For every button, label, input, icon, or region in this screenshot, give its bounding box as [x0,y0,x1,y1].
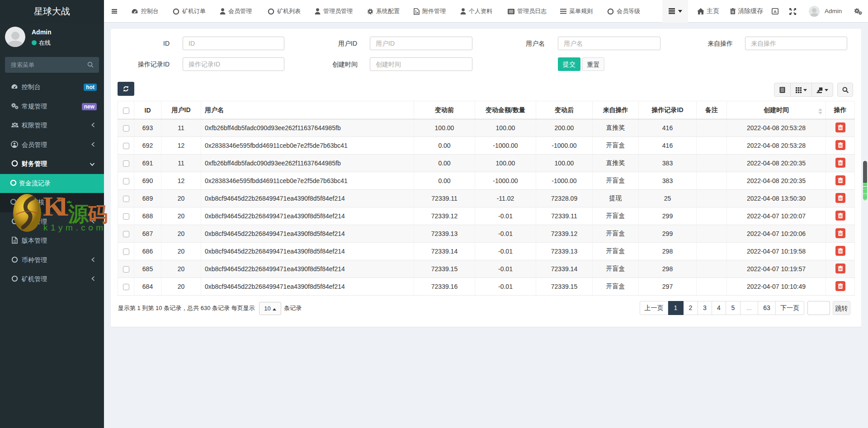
svg-text:A: A [774,9,777,14]
